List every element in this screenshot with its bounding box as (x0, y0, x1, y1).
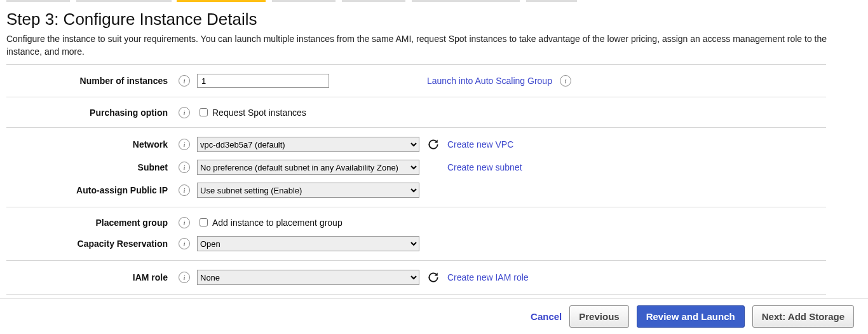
label-purchasing-option: Purchasing option (6, 108, 172, 118)
row-number-of-instances: Number of instances i Launch into Auto S… (6, 64, 826, 97)
placement-group-checkbox-label[interactable]: Add instance to placement group (197, 216, 342, 228)
label-capacity-reservation: Capacity Reservation (6, 239, 172, 249)
refresh-icon[interactable] (427, 138, 440, 151)
subnet-select[interactable]: No preference (default subnet in any Ava… (197, 160, 419, 175)
number-of-instances-input[interactable] (197, 74, 329, 88)
page-description: Configure the instance to suit your requ… (6, 33, 862, 58)
row-network: Network i vpc-dd3eb5a7 (default) Create … (6, 127, 826, 156)
refresh-icon[interactable] (427, 271, 440, 284)
info-icon[interactable]: i (179, 162, 190, 173)
row-capacity-reservation: Capacity Reservation i Open (6, 232, 826, 260)
launch-into-asg-link[interactable]: Launch into Auto Scaling Group (427, 76, 552, 86)
info-icon[interactable]: i (179, 217, 190, 228)
request-spot-text: Request Spot instances (212, 108, 306, 118)
label-auto-assign-public-ip: Auto-assign Public IP (6, 185, 172, 195)
request-spot-checkbox-label[interactable]: Request Spot instances (197, 106, 306, 118)
row-shutdown-behavior: Shutdown behavior i Stop (6, 294, 826, 295)
info-icon[interactable]: i (179, 75, 190, 87)
label-network: Network (6, 139, 172, 150)
row-placement-group: Placement group i Add instance to placem… (6, 207, 826, 232)
cancel-button[interactable]: Cancel (531, 311, 562, 322)
create-iam-role-link[interactable]: Create new IAM role (447, 272, 529, 282)
wizard-tabs-line (0, 0, 868, 2)
row-purchasing-option: Purchasing option i Request Spot instanc… (6, 97, 826, 127)
row-auto-assign-public-ip: Auto-assign Public IP i Use subnet setti… (6, 179, 826, 207)
create-vpc-link[interactable]: Create new VPC (447, 139, 513, 150)
row-subnet: Subnet i No preference (default subnet i… (6, 156, 826, 179)
info-icon[interactable]: i (179, 107, 190, 118)
capacity-reservation-select[interactable]: Open (197, 236, 419, 251)
page-title: Step 3: Configure Instance Details (6, 10, 862, 29)
create-subnet-link[interactable]: Create new subnet (447, 162, 522, 172)
label-iam-role: IAM role (6, 272, 172, 282)
request-spot-checkbox[interactable] (200, 108, 208, 116)
info-icon[interactable]: i (179, 272, 190, 283)
info-icon[interactable]: i (179, 238, 190, 249)
placement-group-checkbox[interactable] (200, 218, 208, 226)
info-icon[interactable]: i (179, 139, 190, 150)
previous-button[interactable]: Previous (569, 305, 628, 328)
label-placement-group: Placement group (6, 218, 172, 228)
main-scroll-area[interactable]: Step 3: Configure Instance Details Confi… (6, 3, 862, 295)
wizard-footer: Cancel Previous Review and Launch Next: … (0, 298, 868, 334)
iam-role-select[interactable]: None (197, 270, 419, 285)
next-add-storage-button[interactable]: Next: Add Storage (752, 305, 854, 328)
info-icon[interactable]: i (179, 184, 190, 196)
network-select[interactable]: vpc-dd3eb5a7 (default) (197, 137, 419, 152)
review-and-launch-button[interactable]: Review and Launch (637, 305, 745, 328)
placement-group-text: Add instance to placement group (212, 218, 342, 228)
info-icon[interactable]: i (560, 75, 571, 87)
auto-assign-public-ip-select[interactable]: Use subnet setting (Enable) (197, 183, 419, 198)
row-iam-role: IAM role i None Create new IAM role (6, 260, 826, 294)
label-subnet: Subnet (6, 162, 172, 172)
label-number-of-instances: Number of instances (6, 76, 172, 86)
